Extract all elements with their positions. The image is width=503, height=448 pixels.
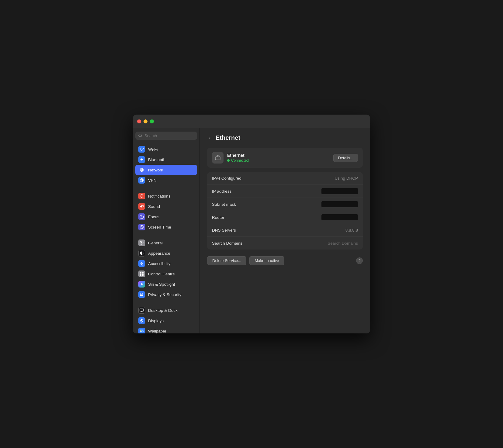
- system-settings-window: Wi-Fi ✦ Bluetooth: [133, 115, 370, 333]
- dns-row: DNS Servers 8.8.8.8: [207, 224, 363, 237]
- search-domains-label: Search Domains: [212, 241, 328, 246]
- sidebar-section-system: Notifications Sound: [135, 191, 197, 232]
- sidebar: Wi-Fi ✦ Bluetooth: [133, 128, 200, 333]
- sidebar-item-siri-label: Siri & Spotlight: [148, 282, 175, 287]
- sidebar-section-preferences: General Appearance: [135, 238, 197, 300]
- search-input[interactable]: [144, 133, 194, 138]
- sidebar-item-bluetooth[interactable]: ✦ Bluetooth: [135, 154, 197, 165]
- sidebar-item-general[interactable]: General: [135, 238, 197, 248]
- ethernet-info: Ethernet Connected: [227, 153, 330, 163]
- sidebar-item-desktop[interactable]: Desktop & Dock: [135, 305, 197, 315]
- screentime-icon: [138, 224, 145, 230]
- ethernet-card: Ethernet Connected Details...: [207, 148, 363, 168]
- sidebar-item-network-label: Network: [148, 168, 163, 172]
- back-button[interactable]: ‹: [207, 134, 213, 142]
- svg-rect-22: [140, 309, 144, 311]
- notifications-icon: [138, 193, 145, 199]
- sidebar-section-display: Desktop & Dock Displays: [135, 305, 197, 333]
- accessibility-icon: [138, 260, 145, 267]
- ipv4-row: IPv4 Configured Using DHCP: [207, 172, 363, 185]
- svg-rect-21: [140, 295, 143, 296]
- network-icon: [138, 167, 145, 173]
- sidebar-item-controlcentre[interactable]: Control Centre: [135, 269, 197, 279]
- appearance-icon: [138, 250, 145, 257]
- ip-address-label: IP address: [212, 189, 321, 194]
- displays-icon: [138, 317, 145, 324]
- sidebar-item-vpn[interactable]: VPN: [135, 175, 197, 185]
- ethernet-header: Ethernet Connected Details...: [207, 148, 363, 168]
- sidebar-item-privacy[interactable]: Privacy & Security: [135, 289, 197, 300]
- vpn-icon: [138, 177, 145, 184]
- minimize-button[interactable]: [144, 119, 147, 123]
- sidebar-item-accessibility[interactable]: Accessibility: [135, 258, 197, 269]
- desktop-icon: [138, 307, 145, 314]
- svg-point-13: [141, 242, 142, 243]
- svg-line-1: [141, 136, 142, 137]
- sidebar-item-displays-label: Displays: [148, 319, 164, 323]
- sidebar-item-wifi-label: Wi-Fi: [148, 147, 158, 152]
- search-icon: [138, 134, 142, 138]
- dns-value: 8.8.8.8: [345, 228, 358, 233]
- sidebar-item-siri[interactable]: Siri & Spotlight: [135, 279, 197, 289]
- router-redacted: [321, 214, 358, 220]
- status-dot: [227, 159, 230, 162]
- svg-rect-16: [140, 272, 141, 274]
- sidebar-item-wallpaper[interactable]: Wallpaper: [135, 326, 197, 333]
- details-button[interactable]: Details...: [333, 154, 358, 162]
- sidebar-item-displays[interactable]: Displays: [135, 315, 197, 326]
- page-header: ‹ Ethernet: [207, 134, 363, 142]
- sidebar-item-general-label: General: [148, 241, 163, 245]
- svg-rect-33: [215, 157, 220, 160]
- ipv4-label: IPv4 Configured: [212, 176, 335, 181]
- controlcentre-icon: [138, 271, 145, 277]
- sidebar-item-network[interactable]: Network: [135, 165, 197, 175]
- sidebar-item-wifi[interactable]: Wi-Fi: [135, 144, 197, 154]
- delete-service-button[interactable]: Delete Service...: [207, 256, 246, 265]
- svg-point-7: [141, 179, 143, 182]
- siri-icon: [138, 281, 145, 288]
- help-button[interactable]: ?: [356, 257, 363, 264]
- svg-rect-19: [142, 274, 144, 276]
- make-inactive-button[interactable]: Make Inactive: [249, 256, 284, 265]
- svg-point-6: [140, 179, 144, 182]
- svg-point-2: [140, 168, 144, 172]
- status-text: Connected: [231, 158, 249, 163]
- sidebar-item-accessibility-label: Accessibility: [148, 261, 171, 266]
- sidebar-item-screentime[interactable]: Screen Time: [135, 222, 197, 232]
- svg-rect-17: [142, 272, 144, 274]
- info-card: IPv4 Configured Using DHCP IP address Su…: [207, 172, 363, 250]
- wifi-icon: [138, 146, 145, 153]
- svg-point-3: [141, 168, 143, 172]
- sidebar-item-focus[interactable]: Focus: [135, 212, 197, 222]
- svg-marker-11: [140, 205, 142, 208]
- ethernet-name: Ethernet: [227, 153, 330, 158]
- search-domains-value: Search Domains: [328, 241, 358, 246]
- content-area: Wi-Fi ✦ Bluetooth: [133, 128, 370, 333]
- search-domains-row: Search Domains Search Domains: [207, 237, 363, 250]
- svg-rect-18: [140, 274, 141, 276]
- sidebar-item-controlcentre-label: Control Centre: [148, 272, 175, 276]
- search-box[interactable]: [135, 132, 197, 140]
- svg-point-15: [141, 262, 142, 263]
- sidebar-item-appearance[interactable]: Appearance: [135, 248, 197, 258]
- close-button[interactable]: [137, 119, 141, 123]
- router-label: Router: [212, 215, 321, 220]
- sidebar-item-privacy-label: Privacy & Security: [148, 292, 182, 297]
- ethernet-status-row: Connected: [227, 158, 330, 163]
- maximize-button[interactable]: [150, 119, 154, 123]
- svg-point-30: [140, 330, 141, 331]
- router-row: Router: [207, 211, 363, 224]
- sidebar-item-bluetooth-label: Bluetooth: [148, 157, 165, 162]
- sidebar-item-focus-label: Focus: [148, 215, 159, 219]
- focus-icon: [138, 213, 145, 220]
- sidebar-item-notifications[interactable]: Notifications: [135, 191, 197, 201]
- page-title: Ethernet: [216, 134, 240, 141]
- sidebar-item-sound[interactable]: Sound: [135, 201, 197, 212]
- privacy-icon: [138, 291, 145, 298]
- general-icon: [138, 240, 145, 246]
- dns-label: DNS Servers: [212, 228, 345, 233]
- sidebar-section-network: Wi-Fi ✦ Bluetooth: [135, 144, 197, 185]
- subnet-label: Subnet mask: [212, 202, 321, 207]
- sidebar-item-screentime-label: Screen Time: [148, 225, 171, 229]
- main-content: ‹ Ethernet: [200, 128, 370, 333]
